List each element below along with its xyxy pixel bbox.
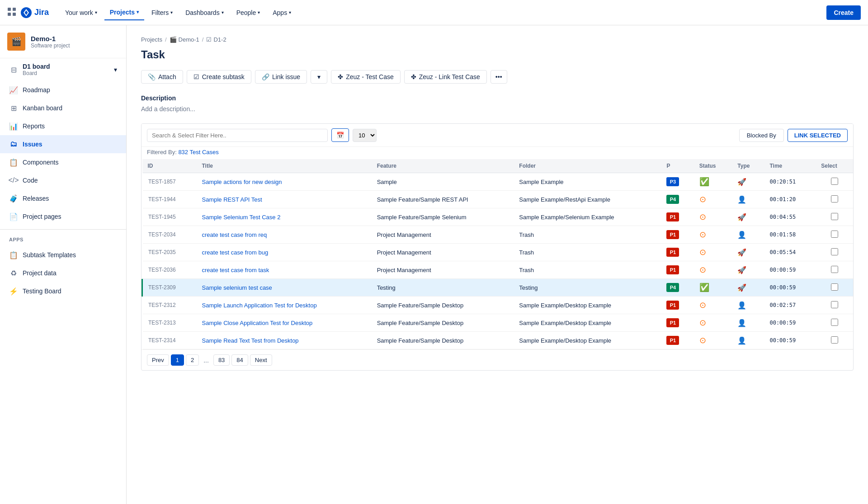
cell-type: 🚀 xyxy=(732,261,764,279)
svg-rect-0 xyxy=(8,8,11,11)
cell-time: 00:01:20 xyxy=(764,191,816,208)
row-checkbox[interactable] xyxy=(831,195,838,203)
blocked-by-button[interactable]: Blocked By xyxy=(739,129,784,142)
per-page-select[interactable]: 10 xyxy=(353,129,377,142)
cell-status: ⊙ xyxy=(694,314,732,332)
priority-badge: P1 xyxy=(666,248,679,257)
col-select: Select xyxy=(816,159,853,173)
table-row: TEST-2314 Sample Read Text Test from Des… xyxy=(142,332,854,349)
sidebar-item-project-data[interactable]: ♻ Project data xyxy=(0,264,126,282)
nav-item-people[interactable]: People ▾ xyxy=(231,5,266,20)
priority-badge: P1 xyxy=(666,212,679,221)
search-input[interactable] xyxy=(147,129,328,142)
cell-folder: Sample Example/Desktop Example xyxy=(514,297,661,314)
cell-select xyxy=(816,279,853,297)
col-title: Title xyxy=(196,159,371,173)
page-83-button[interactable]: 83 xyxy=(213,354,230,366)
attach-button[interactable]: 📎 Attach xyxy=(141,70,183,84)
row-checkbox[interactable] xyxy=(831,266,838,273)
board-name: D1 board xyxy=(23,63,50,70)
description-placeholder[interactable]: Add a description... xyxy=(141,105,854,113)
status-icon: ⊙ xyxy=(699,195,706,204)
nav-item-apps[interactable]: Apps ▾ xyxy=(267,5,297,20)
create-subtask-button[interactable]: ☑ Create subtask xyxy=(187,70,251,84)
table-body: TEST-1857 Sample actions for new design … xyxy=(142,173,854,349)
table-row: TEST-1944 Sample REST API Test Sample Fe… xyxy=(142,191,854,208)
row-checkbox[interactable] xyxy=(831,178,838,185)
sidebar-item-code[interactable]: </> Code xyxy=(0,171,126,189)
subtask-icon: 📋 xyxy=(9,250,18,259)
zeuz-test-button[interactable]: ✤ Zeuz - Test Case xyxy=(331,70,401,84)
next-button[interactable]: Next xyxy=(250,354,272,366)
row-checkbox[interactable] xyxy=(831,213,838,220)
status-icon: ✅ xyxy=(699,283,709,292)
sidebar-item-reports[interactable]: 📊 Reports xyxy=(0,117,126,135)
status-icon: ⊙ xyxy=(699,212,706,221)
zeuz-link-button[interactable]: ✤ Zeuz - Link Test Case xyxy=(404,70,487,84)
test-title-link[interactable]: Sample Launch Application Test for Deskt… xyxy=(202,302,316,309)
nav-item-dashboards[interactable]: Dashboards ▾ xyxy=(180,5,229,20)
nav-item-filters[interactable]: Filters ▾ xyxy=(146,5,178,20)
sidebar-item-components[interactable]: 📋 Components xyxy=(0,153,126,171)
test-title-link[interactable]: Sample Read Text Test from Desktop xyxy=(202,337,298,344)
sidebar-item-testing-board[interactable]: ⚡ Testing Board xyxy=(0,282,126,300)
test-title-link[interactable]: Sample actions for new design xyxy=(202,179,282,185)
cell-time: 00:20:51 xyxy=(764,173,816,191)
jira-logo[interactable]: Jira xyxy=(20,6,49,19)
sidebar-item-releases[interactable]: 🧳 Releases xyxy=(0,189,126,207)
page-1-button[interactable]: 1 xyxy=(171,354,184,366)
cell-title: Sample Close Application Test for Deskto… xyxy=(196,314,371,332)
test-title-link[interactable]: create test case from req xyxy=(202,231,267,238)
type-icon: 🚀 xyxy=(737,249,746,256)
cell-time: 00:02:57 xyxy=(764,297,816,314)
breadcrumb-projects[interactable]: Projects xyxy=(141,36,162,43)
nav-item-yourwork[interactable]: Your work ▾ xyxy=(60,5,103,20)
more-button[interactable]: ••• xyxy=(491,70,507,84)
sidebar-item-subtask-templates[interactable]: 📋 Subtask Templates xyxy=(0,246,126,264)
breadcrumb-demo1[interactable]: 🎬 Demo-1 xyxy=(170,36,199,43)
cell-time: 00:00:59 xyxy=(764,261,816,279)
cell-select xyxy=(816,208,853,226)
test-title-link[interactable]: Sample REST API Test xyxy=(202,196,262,203)
row-checkbox[interactable] xyxy=(831,336,838,344)
nav-item-projects[interactable]: Projects ▾ xyxy=(104,5,144,20)
test-title-link[interactable]: create test case from bug xyxy=(202,249,268,256)
test-title-link[interactable]: Sample Close Application Test for Deskto… xyxy=(202,320,312,326)
sidebar-item-roadmap[interactable]: 📈 Roadmap xyxy=(0,81,126,99)
test-title-link[interactable]: Sample selenium test case xyxy=(202,284,272,291)
kanban-icon: ⊞ xyxy=(9,104,18,113)
link-issue-button[interactable]: 🔗 Link issue xyxy=(255,70,307,84)
description-section: Description Add a description... xyxy=(141,94,854,113)
test-title-link[interactable]: Sample Selenium Test Case 2 xyxy=(202,214,280,221)
row-checkbox[interactable] xyxy=(831,231,838,238)
link-selected-button[interactable]: LINK SELECTED xyxy=(788,129,848,142)
sidebar-item-kanban[interactable]: ⊞ Kanban board xyxy=(0,99,126,117)
page-2-button[interactable]: 2 xyxy=(186,354,199,366)
board-sub: Board xyxy=(23,70,50,76)
row-checkbox[interactable] xyxy=(831,301,838,308)
cell-folder: Sample Example/Desktop Example xyxy=(514,332,661,349)
prev-button[interactable]: Prev xyxy=(147,354,169,366)
code-icon: </> xyxy=(9,176,18,185)
calendar-button[interactable]: 📅 xyxy=(331,128,349,142)
sidebar-board-item[interactable]: ⊟ D1 board Board ▾ xyxy=(0,58,126,81)
page-84-button[interactable]: 84 xyxy=(231,354,248,366)
grid-icon[interactable] xyxy=(7,7,16,18)
row-checkbox[interactable] xyxy=(831,283,838,291)
filter-count-link[interactable]: 832 Test Cases xyxy=(178,149,218,155)
row-checkbox[interactable] xyxy=(831,248,838,255)
sidebar-item-project-pages[interactable]: 📄 Project pages xyxy=(0,207,126,226)
svg-rect-1 xyxy=(13,8,16,11)
create-button[interactable]: Create xyxy=(826,5,861,20)
test-title-link[interactable]: create test case from task xyxy=(202,267,269,273)
cell-id: TEST-2309 xyxy=(142,279,197,297)
breadcrumb-issue[interactable]: ☑ D1-2 xyxy=(206,36,226,43)
link-issue-dropdown[interactable]: ▾ xyxy=(311,70,327,84)
nav-items: Your work ▾ Projects ▾ Filters ▾ Dashboa… xyxy=(60,5,826,20)
cell-time: 00:00:59 xyxy=(764,332,816,349)
top-nav: Jira Your work ▾ Projects ▾ Filters ▾ Da… xyxy=(0,0,868,25)
sidebar-item-issues[interactable]: 🗂 Issues xyxy=(0,135,126,153)
col-feature: Feature xyxy=(372,159,514,173)
row-checkbox[interactable] xyxy=(831,319,838,326)
cell-select xyxy=(816,244,853,261)
